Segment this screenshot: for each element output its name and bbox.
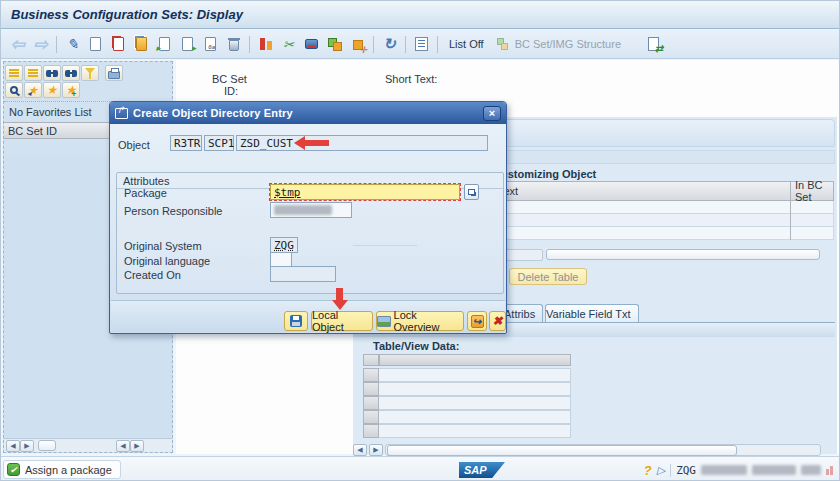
create-icon[interactable] <box>85 34 106 55</box>
transfer-button[interactable]: ↪ <box>467 311 487 331</box>
favorites-icon[interactable] <box>43 82 61 98</box>
copy-object-icon[interactable] <box>131 34 152 55</box>
tree-hscrollbar[interactable]: ◀ ▶ ◀ ▶ <box>4 438 172 452</box>
customizing-object-header: Customizing Object <box>493 168 596 180</box>
grid-row-header[interactable] <box>363 410 379 424</box>
cancel-button[interactable] <box>489 311 506 331</box>
original-system-field[interactable]: ZQG <box>270 237 298 253</box>
zoom-icon[interactable] <box>5 82 23 98</box>
toolbar-separator <box>373 36 374 53</box>
lock-overview-label: Lock Overview <box>394 309 463 333</box>
scroll-right-icon[interactable]: ▶ <box>369 444 383 456</box>
redacted-value <box>274 205 332 215</box>
object-type-field[interactable]: R3TR <box>170 135 202 151</box>
list-icon[interactable] <box>411 34 432 55</box>
col-in-bc-set[interactable]: In BC Set <box>795 179 833 203</box>
package-value: $tmp <box>274 186 301 199</box>
created-on-label: Created On <box>124 269 181 281</box>
redacted-value <box>752 465 796 475</box>
print-icon[interactable] <box>105 65 123 81</box>
refresh-structure-icon[interactable] <box>643 34 664 55</box>
performance-icon[interactable] <box>826 466 833 475</box>
filter-icon[interactable] <box>81 65 99 81</box>
add-favorite-icon[interactable] <box>62 82 80 98</box>
local-object-button[interactable]: Local Object <box>311 311 373 331</box>
copy-between-icon[interactable] <box>324 34 345 55</box>
grid-row-header[interactable] <box>363 382 379 396</box>
save-button[interactable] <box>284 311 308 331</box>
page-title: Business Configuration Sets: Display <box>11 7 243 22</box>
import-icon[interactable] <box>154 34 175 55</box>
bc-set-img-structure-button[interactable]: BC Set/IMG Structure <box>515 38 627 50</box>
copy-icon[interactable] <box>108 34 129 55</box>
object-name-field[interactable]: ZSD_CUST <box>236 135 488 151</box>
cut-icon[interactable] <box>278 34 299 55</box>
list-off-button[interactable]: List Off <box>443 38 490 50</box>
create-object-directory-entry-dialog: Create Object Directory Entry × Object R… <box>109 101 507 334</box>
grid-header-row <box>379 354 571 366</box>
find-next-icon[interactable] <box>62 65 80 81</box>
display-object-icon[interactable] <box>200 34 221 55</box>
scroll-left-icon[interactable]: ◀ <box>116 440 130 452</box>
back-icon[interactable] <box>7 34 28 55</box>
bc-set-id-label-2: ID: <box>224 85 238 97</box>
refresh-icon[interactable] <box>379 34 400 55</box>
sap-window: Business Configuration Sets: Display Lis… <box>0 0 840 481</box>
grid-row-header[interactable] <box>363 368 379 382</box>
original-system-value: ZQG <box>274 239 294 252</box>
grid-cell[interactable] <box>379 382 571 396</box>
toolbar-separator <box>56 36 57 53</box>
dialog-title: Create Object Directory Entry <box>133 107 293 119</box>
created-on-field[interactable] <box>270 266 336 282</box>
display-change-icon[interactable] <box>62 34 83 55</box>
compare-icon[interactable] <box>255 34 276 55</box>
overview-icon <box>377 316 391 327</box>
grid-cell[interactable] <box>379 396 571 410</box>
status-message: Assign a package <box>25 464 112 476</box>
scroll-right-icon[interactable]: ▶ <box>130 440 144 452</box>
activate-icon[interactable] <box>301 34 322 55</box>
grid-cell[interactable] <box>379 368 571 382</box>
find-icon[interactable] <box>43 65 61 81</box>
scroll-thumb[interactable] <box>38 440 56 451</box>
toolbar-separator <box>437 36 438 53</box>
status-system-info: ZQG <box>644 461 833 479</box>
person-responsible-input[interactable] <box>270 202 352 218</box>
status-bar: Assign a package SAP ZQG <box>1 456 840 481</box>
forward-icon[interactable] <box>30 34 51 55</box>
status-message-box[interactable]: Assign a package <box>3 460 121 479</box>
tab-variable-field-txt[interactable]: Variable Field Txt <box>545 304 639 322</box>
lock-overview-button[interactable]: Lock Overview <box>376 311 464 331</box>
goto-favorites-icon[interactable] <box>24 82 42 98</box>
grid-cell[interactable] <box>379 410 571 424</box>
package-matchcode-icon[interactable] <box>464 184 479 200</box>
sort-ascending-icon[interactable] <box>5 65 23 81</box>
grid-cell[interactable] <box>379 424 571 438</box>
main-toolbar: List Off BC Set/IMG Structure <box>1 30 840 59</box>
save-icon <box>290 315 302 327</box>
scroll-right-icon[interactable]: ▶ <box>20 440 34 452</box>
package-input[interactable]: $tmp <box>270 184 460 200</box>
help-icon[interactable] <box>644 463 652 478</box>
grid-row-header[interactable] <box>363 396 379 410</box>
person-responsible-label: Person Responsible <box>124 205 222 217</box>
grid-row-header[interactable] <box>363 424 379 438</box>
sort-descending-icon[interactable] <box>24 65 42 81</box>
delete-table-button[interactable]: Delete Table <box>509 268 587 285</box>
short-text-label: Short Text: <box>385 73 437 85</box>
cancel-icon <box>492 314 502 328</box>
package-label: Package <box>124 187 167 199</box>
dialog-titlebar[interactable]: Create Object Directory Entry × <box>110 102 506 124</box>
panel-hscrollbar[interactable]: ◀ ▶ <box>353 443 821 457</box>
scroll-left-icon[interactable]: ◀ <box>6 440 20 452</box>
bc-set-id-label: BC Set <box>212 73 247 85</box>
delete-icon[interactable] <box>223 34 244 55</box>
expand-icon[interactable] <box>657 464 665 477</box>
object-label: Object <box>118 139 150 151</box>
export-icon[interactable] <box>177 34 198 55</box>
distribute-icon[interactable] <box>347 34 368 55</box>
original-language-label: Original language <box>124 255 210 267</box>
object-kind-field[interactable]: SCP1 <box>204 135 234 151</box>
close-icon[interactable]: × <box>483 106 501 121</box>
scroll-left-icon[interactable]: ◀ <box>353 444 367 456</box>
